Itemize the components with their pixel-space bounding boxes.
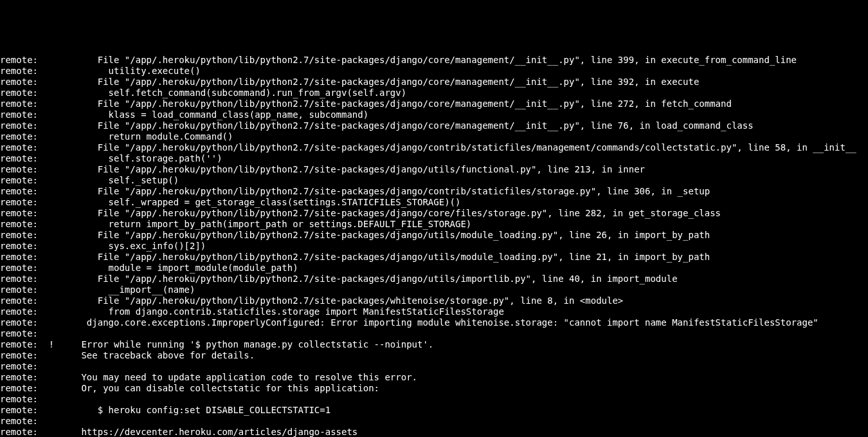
terminal-line: remote: (0, 394, 868, 405)
terminal-line: remote: module = import_module(module_pa… (0, 263, 868, 274)
terminal-line: remote: __import__(name) (0, 284, 868, 295)
terminal-output[interactable]: remote: File "/app/.heroku/python/lib/py… (0, 55, 868, 437)
terminal-line: remote: File "/app/.heroku/python/lib/py… (0, 186, 868, 197)
terminal-line: remote: klass = load_command_class(app_n… (0, 109, 868, 120)
terminal-line: remote: File "/app/.heroku/python/lib/py… (0, 252, 868, 263)
terminal-line: remote: from django.contrib.staticfiles.… (0, 306, 868, 317)
terminal-line: remote: (0, 328, 868, 339)
terminal-line: remote: (0, 416, 868, 427)
terminal-line: remote: self.storage.path('') (0, 153, 868, 164)
terminal-line: remote: File "/app/.heroku/python/lib/py… (0, 208, 868, 219)
terminal-line: remote: File "/app/.heroku/python/lib/py… (0, 274, 868, 284)
terminal-line: remote: (0, 361, 868, 372)
terminal-line: remote: File "/app/.heroku/python/lib/py… (0, 295, 868, 306)
terminal-line: remote: sys.exc_info()[2]) (0, 241, 868, 252)
terminal-line: remote: Or, you can disable collectstati… (0, 383, 868, 394)
terminal-line: remote: https://devcenter.heroku.com/art… (0, 427, 868, 437)
terminal-line: remote: File "/app/.heroku/python/lib/py… (0, 142, 868, 153)
terminal-line: remote: return import_by_path(import_pat… (0, 219, 868, 230)
terminal-line: remote: $ heroku config:set DISABLE_COLL… (0, 405, 868, 416)
terminal-line: remote: File "/app/.heroku/python/lib/py… (0, 230, 868, 241)
terminal-line: remote: self._setup() (0, 175, 868, 186)
terminal-line: remote: django.core.exceptions.Improperl… (0, 317, 868, 328)
terminal-line: remote: return module.Command() (0, 131, 868, 142)
terminal-line: remote: self._wrapped = get_storage_clas… (0, 197, 868, 208)
terminal-line: remote: File "/app/.heroku/python/lib/py… (0, 164, 868, 175)
terminal-line: remote: File "/app/.heroku/python/lib/py… (0, 77, 868, 88)
terminal-line: remote: self.fetch_command(subcommand).r… (0, 88, 868, 98)
terminal-line: remote: You may need to update applicati… (0, 372, 868, 383)
terminal-line: remote: File "/app/.heroku/python/lib/py… (0, 120, 868, 131)
terminal-line: remote: File "/app/.heroku/python/lib/py… (0, 55, 868, 66)
terminal-line: remote: ! Error while running '$ python … (0, 339, 868, 350)
terminal-line: remote: utility.execute() (0, 66, 868, 77)
terminal-line: remote: See traceback above for details. (0, 350, 868, 361)
terminal-line: remote: File "/app/.heroku/python/lib/py… (0, 98, 868, 109)
